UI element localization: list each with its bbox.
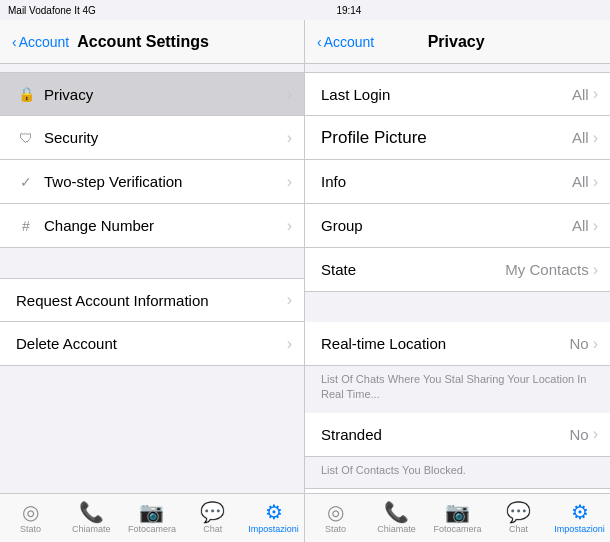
privacy-icon: 🔒 [16, 84, 36, 104]
last-login-label: Last Login [321, 86, 572, 103]
right-item-real-time-location[interactable]: Real-time Location No [305, 322, 610, 366]
tab-fotocamera-left[interactable]: 📷 Fotocamera [122, 494, 183, 542]
change-number-label: Change Number [44, 217, 287, 234]
menu-item-security[interactable]: 🛡 Security [0, 116, 304, 160]
chevron-right-icon [287, 291, 292, 309]
left-nav-bar: ‹ Account Account Settings [0, 20, 304, 64]
real-time-location-value: No [569, 335, 588, 352]
info-value: All [572, 173, 589, 190]
tab-bar: ◎ Stato 📞 Chiamate 📷 Fotocamera 💬 Chat ⚙… [0, 493, 610, 542]
menu-section-main: 🔒 Privacy 🛡 Security ✓ Two-step Verifica… [0, 72, 304, 248]
impostazioni-icon-left: ⚙ [265, 502, 283, 522]
status-left: Mail Vodafone It 4G [8, 5, 96, 16]
tab-stato-left[interactable]: ◎ Stato [0, 494, 61, 542]
group-label: Group [321, 217, 572, 234]
chiamate-icon-right: 📞 [384, 502, 409, 522]
chevron-right-icon [287, 217, 292, 235]
request-info-label: Request Account Information [16, 292, 287, 309]
stato-icon-right: ◎ [327, 502, 344, 522]
stato-icon-left: ◎ [22, 502, 39, 522]
real-time-location-label: Real-time Location [321, 335, 569, 352]
chevron-right-icon [287, 129, 292, 147]
fotocamera-label-right: Fotocamera [433, 524, 481, 534]
right-item-stranded[interactable]: Stranded No [305, 413, 610, 457]
right-nav-back-button[interactable]: ‹ Account [317, 34, 374, 50]
chiamate-label-right: Chiamate [377, 524, 416, 534]
fotocamera-icon-left: 📷 [139, 502, 164, 522]
real-time-location-subtext: List Of Chats Where You Stal Sharing You… [305, 366, 610, 413]
menu-item-privacy[interactable]: 🔒 Privacy [0, 72, 304, 116]
right-panel: ‹ Account Privacy Last Login All Profile… [305, 20, 610, 493]
stato-label-left: Stato [20, 524, 41, 534]
right-item-last-login[interactable]: Last Login All [305, 72, 610, 116]
chevron-right-icon [593, 335, 598, 353]
delete-account-label: Delete Account [16, 335, 287, 352]
chevron-right-icon [593, 261, 598, 279]
two-step-icon: ✓ [16, 172, 36, 192]
right-item-profile-picture[interactable]: Profile Picture All [305, 116, 610, 160]
chat-label-right: Chat [509, 524, 528, 534]
right-back-label: Account [324, 34, 375, 50]
right-nav-bar: ‹ Account Privacy [305, 20, 610, 64]
tab-impostazioni-left[interactable]: ⚙ Impostazioni [243, 494, 304, 542]
info-label: Info [321, 173, 572, 190]
menu-item-change-number[interactable]: # Change Number [0, 204, 304, 248]
tab-chat-left[interactable]: 💬 Chat [182, 494, 243, 542]
chevron-right-icon [593, 425, 598, 443]
stranded-label: Stranded [321, 426, 569, 443]
chat-label-left: Chat [203, 524, 222, 534]
right-item-info[interactable]: Info All [305, 160, 610, 204]
tab-chiamate-right[interactable]: 📞 Chiamate [366, 494, 427, 542]
left-panel: ‹ Account Account Settings 🔒 Privacy 🛡 S… [0, 20, 305, 493]
fotocamera-label-left: Fotocamera [128, 524, 176, 534]
section-gap-1 [305, 292, 610, 322]
status-center: 19:14 [336, 5, 361, 16]
right-item-state[interactable]: State My Contacts [305, 248, 610, 292]
chevron-right-icon [287, 85, 292, 103]
menu-section-bottom: Request Account Information Delete Accou… [0, 278, 304, 366]
menu-gap [0, 248, 304, 278]
chevron-right-icon [593, 85, 598, 103]
menu-item-request-info[interactable]: Request Account Information [0, 278, 304, 322]
chat-icon-left: 💬 [200, 502, 225, 522]
tab-impostazioni-right[interactable]: ⚙ Impostazioni [549, 494, 610, 542]
state-value: My Contacts [505, 261, 588, 278]
last-login-value: All [572, 86, 589, 103]
stato-label-right: Stato [325, 524, 346, 534]
stranded-value: No [569, 426, 588, 443]
impostazioni-label-left: Impostazioni [248, 524, 299, 534]
stranded-subtext: List Of Contacts You Blocked. [305, 457, 610, 488]
privacy-label: Privacy [44, 86, 287, 103]
tab-fotocamera-right[interactable]: 📷 Fotocamera [427, 494, 488, 542]
fotocamera-icon-right: 📷 [445, 502, 470, 522]
right-back-chevron-icon: ‹ [317, 34, 322, 50]
status-bar: Mail Vodafone It 4G 19:14 [0, 0, 610, 20]
menu-item-two-step[interactable]: ✓ Two-step Verification [0, 160, 304, 204]
tab-chat-right[interactable]: 💬 Chat [488, 494, 549, 542]
group-value: All [572, 217, 589, 234]
left-nav-title: Account Settings [77, 33, 209, 51]
impostazioni-label-right: Impostazioni [554, 524, 605, 534]
chiamate-label-left: Chiamate [72, 524, 111, 534]
security-icon: 🛡 [16, 128, 36, 148]
chevron-right-icon [287, 173, 292, 191]
profile-picture-label: Profile Picture [321, 128, 572, 148]
menu-item-delete-account[interactable]: Delete Account [0, 322, 304, 366]
chevron-right-icon [593, 129, 598, 147]
right-nav-title: Privacy [428, 33, 485, 51]
two-step-label: Two-step Verification [44, 173, 287, 190]
right-content: Last Login All Profile Picture All Info … [305, 64, 610, 493]
chiamate-icon-left: 📞 [79, 502, 104, 522]
nav-back-button[interactable]: ‹ Account [12, 34, 69, 50]
change-number-icon: # [16, 216, 36, 236]
tab-chiamate-left[interactable]: 📞 Chiamate [61, 494, 122, 542]
tab-stato-right[interactable]: ◎ Stato [305, 494, 366, 542]
chevron-right-icon [593, 173, 598, 191]
left-menu: 🔒 Privacy 🛡 Security ✓ Two-step Verifica… [0, 64, 304, 493]
security-label: Security [44, 129, 287, 146]
back-label: Account [19, 34, 70, 50]
right-item-group[interactable]: Group All [305, 204, 610, 248]
left-tab-section: ◎ Stato 📞 Chiamate 📷 Fotocamera 💬 Chat ⚙… [0, 494, 305, 542]
chevron-right-icon [593, 217, 598, 235]
chevron-right-icon [287, 335, 292, 353]
